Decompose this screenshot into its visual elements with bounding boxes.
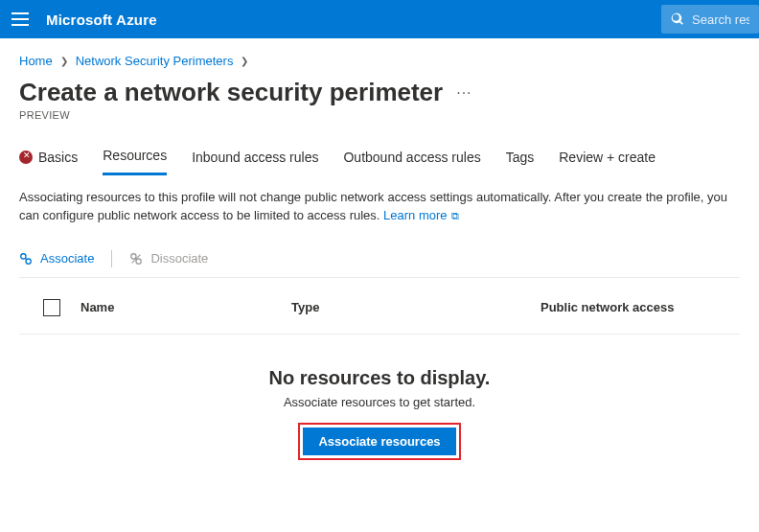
toolbar-divider: [111, 250, 112, 267]
svg-line-2: [25, 258, 27, 260]
description-body: Associating resources to this profile wi…: [19, 190, 727, 222]
tab-resources[interactable]: Resources: [103, 142, 167, 175]
select-all-checkbox[interactable]: [43, 299, 60, 316]
tab-review[interactable]: Review + create: [559, 144, 656, 174]
column-access[interactable]: Public network access: [540, 300, 736, 314]
column-type[interactable]: Type: [291, 300, 540, 314]
dissociate-label: Dissociate: [150, 251, 208, 266]
empty-state: No resources to display. Associate resou…: [19, 367, 740, 460]
preview-badge: PREVIEW: [19, 109, 740, 121]
more-menu-icon[interactable]: ···: [456, 84, 472, 102]
highlighted-frame: Associate resources: [298, 423, 460, 460]
table-header: Name Type Public network access: [19, 286, 740, 335]
description-text: Associating resources to this profile wi…: [19, 189, 740, 225]
tab-tags[interactable]: Tags: [506, 144, 535, 174]
column-name[interactable]: Name: [80, 300, 291, 314]
toolbar: Associate Dissociate: [19, 243, 740, 278]
chevron-right-icon: ❯: [60, 56, 68, 66]
breadcrumb-section[interactable]: Network Security Perimeters: [76, 54, 234, 68]
breadcrumb: Home ❯ Network Security Perimeters ❯: [19, 54, 740, 68]
menu-icon[interactable]: [12, 12, 29, 26]
tab-outbound[interactable]: Outbound access rules: [343, 144, 480, 174]
svg-point-3: [131, 253, 136, 258]
tab-bar: Basics Resources Inbound access rules Ou…: [19, 142, 740, 175]
associate-resources-button[interactable]: Associate resources: [303, 428, 455, 455]
associate-button[interactable]: Associate: [19, 251, 94, 266]
empty-subtitle: Associate resources to get started.: [19, 395, 740, 409]
external-link-icon: ⧉: [448, 210, 459, 221]
topbar: Microsoft Azure: [0, 0, 759, 38]
search-box[interactable]: [661, 5, 759, 34]
breadcrumb-home[interactable]: Home: [19, 54, 53, 68]
chevron-right-icon: ❯: [241, 56, 248, 66]
tab-inbound[interactable]: Inbound access rules: [192, 144, 318, 174]
associate-icon: [19, 252, 33, 266]
tab-basics[interactable]: Basics: [19, 144, 78, 174]
page-title: Create a network security perimeter: [19, 78, 443, 107]
empty-title: No resources to display.: [19, 367, 740, 389]
dissociate-button: Dissociate: [129, 251, 208, 266]
search-icon: [671, 12, 684, 26]
svg-point-4: [136, 259, 141, 264]
search-input[interactable]: [692, 12, 749, 27]
learn-more-link[interactable]: Learn more: [383, 208, 447, 222]
dissociate-icon: [129, 252, 143, 266]
associate-label: Associate: [40, 251, 94, 266]
brand-label: Microsoft Azure: [46, 12, 157, 28]
tab-basics-label: Basics: [38, 150, 78, 165]
